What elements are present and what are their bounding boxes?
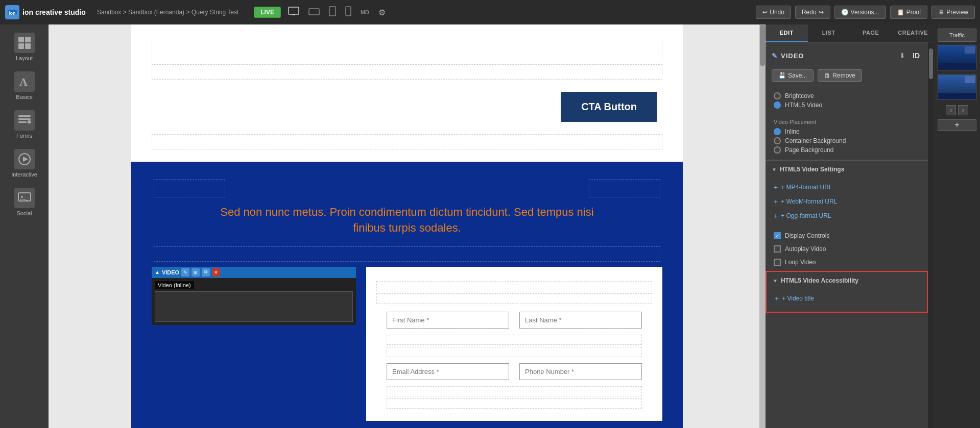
desktop-device-btn[interactable] [286,5,301,20]
add-page-btn[interactable]: + [938,119,976,131]
video-edit-icon[interactable]: ✎ [181,268,189,276]
loop-option[interactable]: Loop Video [766,256,928,269]
sidebar-item-layout[interactable]: Layout [4,29,45,65]
tab-edit[interactable]: EDIT [766,24,808,42]
html5-settings-label: HTML5 Video Settings [780,166,844,173]
panel-tabs: EDIT LIST PAGE CREATIVE [766,24,934,42]
svg-point-19 [21,196,23,198]
dashed-row-3 [152,134,662,149]
inline-label: Inline [785,128,800,135]
save-btn[interactable]: 💾 Save... [772,69,814,82]
webm-label: + WebM-format URL [781,198,837,205]
panel-scrollbar[interactable] [928,42,934,428]
redo-icon: ↪ [819,9,824,16]
video-element-container: ▲ VIDEO ✎ ⊞ ⧉ ✕ Video (Inline) [152,267,356,421]
video-copy-icon[interactable]: ⧉ [202,268,210,276]
autoplay-option[interactable]: Autoplay Video [766,242,928,256]
tablet-portrait-btn[interactable] [327,4,338,20]
first-name-field[interactable] [387,312,509,329]
mobile-device-btn[interactable] [343,4,353,20]
sidebar-item-social[interactable]: Social [4,184,45,220]
page-bg-option[interactable]: Page Background [774,146,920,154]
sidebar-item-forms[interactable]: Forms [4,106,45,143]
undo-btn[interactable]: ↩ Undo [756,6,791,19]
tab-creative[interactable]: CREATIVE [892,24,935,42]
live-badge[interactable]: LIVE [254,7,281,18]
brightcove-label: Brightcove [785,92,814,99]
container-bg-label: Container Background [785,137,846,144]
html5-settings-header[interactable]: ▼ HTML5 Video Settings [766,161,928,178]
sidebar-item-basics[interactable]: A Basics [4,67,45,104]
interactive-icon [14,149,35,169]
video-title-label: + Video title [782,295,814,302]
topbar-center: LIVE MD ⚙ [254,4,388,20]
forms-icon [14,110,35,131]
page-bg-label: Page Background [785,146,833,154]
inline-option[interactable]: Inline [774,128,920,135]
redo-btn[interactable]: Redo ↪ [795,6,830,19]
accessibility-section: ▼ HTML5 Video Accessibility + + Video ti… [766,271,928,313]
container-bg-option[interactable]: Container Background [774,137,920,144]
remove-btn[interactable]: 🗑 Remove [818,69,862,82]
svg-rect-6 [346,7,351,16]
preview-thumb-2[interactable] [938,74,976,100]
html5-option[interactable]: HTML5 Video [774,102,920,109]
preview-btn[interactable]: 🖥 Preview [931,6,975,19]
preview-thumb-1[interactable] [938,45,976,70]
html5-settings-content: + + MP4-format URL + + WebM-format URL +… [766,178,928,229]
phone-field[interactable] [519,363,642,380]
video-title-item[interactable]: + + Video title [775,291,919,306]
preview-icon: 🖥 [938,9,944,16]
prev-page-btn[interactable]: ‹ [946,105,956,115]
panel-header: ✎ VIDEO ⬇ ID [766,46,928,65]
panel-title: ✎ VIDEO [772,52,804,60]
form-row-1 [387,308,642,333]
video-toolbar: ▲ VIDEO ✎ ⊞ ⧉ ✕ [152,267,356,278]
sidebar-item-interactive[interactable]: Interactive [4,145,45,182]
brightcove-option[interactable]: Brightcove [774,92,920,99]
canvas-area: CTA Button Sed non nunc metus. Proin con… [49,24,766,428]
tab-list[interactable]: LIST [808,24,850,42]
ogg-url-item[interactable]: + + Ogg-format URL [774,209,920,223]
placement-section: Video Placement Inline Container Backgro… [766,115,928,160]
accessibility-arrow-icon: ▼ [773,278,778,284]
brightcove-radio [774,92,781,99]
proof-btn[interactable]: 📋 Proof [890,6,928,19]
left-sidebar: Layout A Basics Forms [0,24,49,428]
layout-icon [14,33,35,53]
video-label: VIDEO [162,269,179,275]
versions-btn[interactable]: 🕐 Versions... [834,6,886,19]
mp4-url-item[interactable]: + + MP4-format URL [774,180,920,194]
panel-title-icons: ⬇ ID [897,51,922,61]
video-up-icon: ▲ [155,269,160,275]
id-icon[interactable]: ID [911,51,922,61]
traffic-btn[interactable]: Traffic [938,29,976,42]
breadcrumb: Sandbox > Sandbox (Fernanda) > Query Str… [97,9,238,16]
canvas-scrollbar[interactable] [759,24,766,428]
settings-btn[interactable]: ⚙ [376,6,388,19]
email-field[interactable] [387,363,509,380]
svg-text:A: A [19,75,28,88]
html5-settings-section: ▼ HTML5 Video Settings + + MP4-format UR… [766,160,928,229]
md-mode-btn[interactable]: MD [358,7,371,17]
canvas-inner: CTA Button Sed non nunc metus. Proin con… [131,24,683,428]
blue-dashed-left [154,179,225,197]
ogg-label: + Ogg-format URL [781,212,831,219]
webm-url-item[interactable]: + + WebM-format URL [774,194,920,209]
blue-top-row [141,177,673,199]
last-name-field[interactable] [519,312,642,329]
remove-icon: 🗑 [824,72,830,79]
next-page-btn[interactable]: › [958,105,968,115]
tablet-landscape-btn[interactable] [306,5,322,20]
tab-page[interactable]: PAGE [850,24,892,42]
panel-scrollbar-thumb [929,48,933,79]
display-controls-option[interactable]: Display Controls [766,229,928,242]
accessibility-header[interactable]: ▼ HTML5 Video Accessibility [767,272,927,289]
video-resize-icon[interactable]: ⊞ [192,268,200,276]
inline-radio [774,128,781,135]
cta-button[interactable]: CTA Button [561,92,657,122]
video-delete-icon[interactable]: ✕ [212,268,220,276]
video-type-group: Brightcove HTML5 Video [766,86,928,115]
download-icon[interactable]: ⬇ [897,51,907,61]
orange-text: Sed non nunc metus. Proin condimentum di… [141,205,673,236]
